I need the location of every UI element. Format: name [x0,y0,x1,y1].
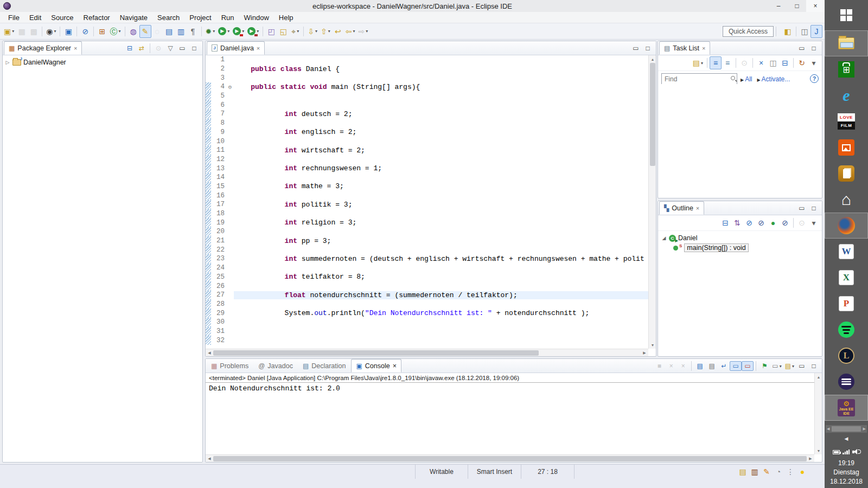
show-on-stderr-button[interactable]: ▭ [742,361,754,371]
chevron-down-icon[interactable]: ▾ [353,29,355,34]
focus-on-active-task-button[interactable]: ⊙ [152,43,164,53]
scroll-left-icon[interactable]: ◀ [206,349,213,357]
battery-icon[interactable] [833,450,840,454]
launch-client-button[interactable]: ◍ [127,25,139,38]
menu-run[interactable]: Run [216,12,239,23]
chevron-down-icon[interactable]: ▾ [315,29,317,34]
view-menu-button[interactable]: ▾ [808,216,820,229]
chevron-down-icon[interactable]: ▾ [54,29,56,34]
open-console-button[interactable]: ▤▾ [783,361,796,371]
view-menu-button[interactable]: ▾ [808,56,820,69]
menu-search[interactable]: Search [152,12,184,23]
word-wrap-button[interactable]: ↵ [718,361,730,371]
scrollbar-thumb[interactable] [832,426,860,432]
hide-local-types-button[interactable]: ⊘ [779,216,791,229]
menu-window[interactable]: Window [239,12,274,23]
next-annotation-button[interactable]: ⇩▾ [306,25,319,38]
maximize-window-button[interactable]: □ [788,0,806,12]
help-icon[interactable]: ? [810,74,819,83]
forward-button[interactable]: ⇨▾ [357,25,370,38]
taskbar-powerpoint[interactable]: P [825,291,868,317]
taskbar-word[interactable]: W [825,239,868,265]
tab-javadoc[interactable]: @Javadoc [254,359,297,373]
previous-annotation-button[interactable]: ⇧▾ [319,25,332,38]
console-output[interactable]: Dein Notendurchschnitt ist: 2.0 [206,383,822,394]
outline-class-row[interactable]: ◢ C▶ Daniel [661,233,819,243]
chevron-down-icon[interactable]: ▾ [257,29,259,34]
editor-vertical-scrollbar[interactable]: ▲ ▼ [648,55,656,349]
menu-source[interactable]: Source [46,12,78,23]
chevron-down-icon[interactable]: ▾ [701,61,703,66]
taskbar-league-of-legends[interactable]: L [825,343,868,369]
find-input[interactable] [662,74,737,84]
close-icon[interactable]: × [393,362,397,370]
tab-task-list[interactable]: ▤ Task List × [659,41,710,55]
close-icon[interactable]: × [702,45,705,52]
scrollbar-thumb[interactable] [650,63,655,166]
help-book-button[interactable]: ▥ [749,465,761,478]
show-on-stdout-button[interactable]: ▭ [730,361,742,371]
tip-lightbulb-button[interactable]: ● [796,465,808,478]
scheduled-presentation-button[interactable]: ≡ [722,56,733,69]
project-tree-item[interactable]: ▷ J DanielWagner [3,55,202,69]
close-icon[interactable]: × [74,45,77,52]
scroll-right-icon[interactable]: ▶ [807,455,814,463]
code-area[interactable]: 12public class Daniel {34⊖public static … [206,55,648,349]
chevron-down-icon[interactable]: ▾ [792,364,794,369]
network-signal-icon[interactable] [843,450,850,454]
chevron-down-icon[interactable]: ▾ [227,29,229,34]
hide-static-members-button[interactable]: ⊘ [755,216,767,229]
mark-occurrences-button[interactable]: ✎ [139,25,151,38]
menu-help[interactable]: Help [274,12,298,23]
open-task-button[interactable]: ▤ [163,25,175,38]
scrollbar-thumb[interactable] [213,350,539,356]
hide-non-public-members-button[interactable]: ● [767,216,779,229]
new-java-class-button[interactable]: Ⓒ▾ [108,25,122,38]
volume-icon[interactable] [852,449,860,454]
remove-all-terminated-button[interactable]: × [677,361,689,371]
new-java-project-button[interactable]: ⊞ [96,25,108,38]
new-task-button[interactable]: ▤▾ [691,56,705,69]
scroll-up-icon[interactable]: ▲ [649,55,656,63]
collapse-all-button[interactable]: ⊟ [719,216,731,229]
start-button[interactable] [825,0,868,30]
show-selected-element-button[interactable]: ▥ [175,25,187,38]
maximize-button[interactable]: □ [188,43,200,53]
minimize-window-button[interactable]: – [769,0,788,12]
minimize-button[interactable]: ▭ [176,43,188,53]
scroll-up-icon[interactable]: ▲ [815,373,822,381]
fold-collapse-icon[interactable]: ⊖ [226,84,234,91]
chevron-down-icon[interactable]: ▾ [297,29,299,34]
chevron-down-icon[interactable]: ▾ [780,364,782,369]
new-wizard-button[interactable]: ▣▾ [2,25,16,38]
tab-declaration[interactable]: ▤Declaration [298,359,350,373]
taskbar-java-ee-ide[interactable]: ⚙ Java EE IDE [825,395,868,421]
hide-fields-button[interactable]: ⊘ [743,216,755,229]
progress-button[interactable]: ◔ [773,465,784,478]
focus-on-workweek-button[interactable]: ⊙ [738,56,750,69]
taskbar-lovefilm[interactable]: LOVE FiLM [825,108,868,134]
link-activate[interactable]: Activate... [762,75,790,83]
launch-toolbar-button[interactable]: ▤ [737,465,749,478]
taskbar-spotify[interactable] [825,317,868,343]
save-button[interactable]: ▦ [16,25,28,38]
coverage-button[interactable]: ▶▾ [231,25,246,38]
debug-button[interactable]: ✹▾ [204,25,217,38]
display-selected-console-button[interactable]: ▭▾ [770,361,783,371]
taskbar-clock[interactable]: 19:19 Dienstag 18.12.2018 [830,459,863,486]
chevron-down-icon[interactable]: ▾ [328,29,330,34]
taskbar-internet-explorer[interactable]: e [825,82,868,108]
close-icon[interactable]: × [696,205,699,211]
hide-completed-tasks-button[interactable]: × [755,56,767,69]
taskbar-excel[interactable]: X [825,265,868,291]
overflow-dots-button[interactable]: ⋮ [784,465,796,478]
scroll-left-icon[interactable]: ◀ [826,427,831,431]
taskbar-eclipse[interactable] [825,369,868,395]
minimize-button[interactable]: ▭ [796,361,808,371]
chevron-down-icon[interactable]: ▾ [118,29,120,34]
minimize-button[interactable]: ▭ [630,43,642,53]
close-window-button[interactable]: × [806,0,825,12]
remove-launch-button[interactable]: × [665,361,677,371]
tab-console[interactable]: ▣Console× [351,359,401,373]
back-button[interactable]: ⇦▾ [344,25,357,38]
